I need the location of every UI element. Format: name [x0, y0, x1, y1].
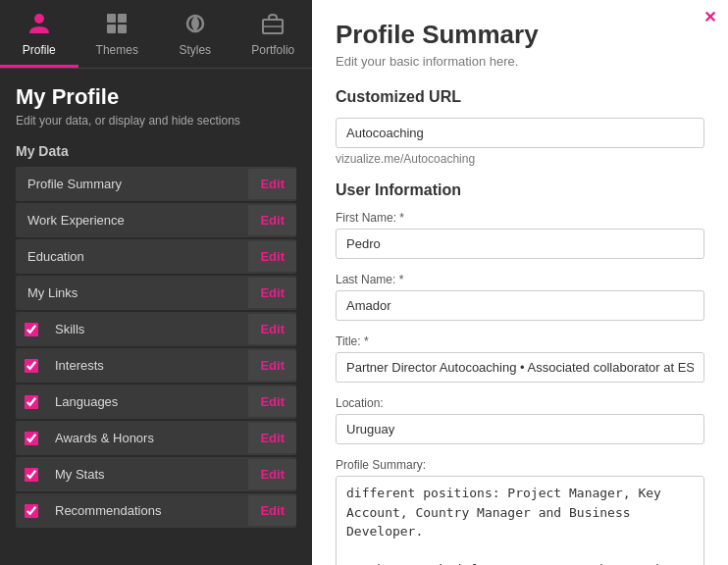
row-label-awards-honors: Awards & Honors — [47, 421, 248, 455]
main-panel: ✕ Profile Summary Edit your basic inform… — [312, 0, 728, 565]
nav-tabs: Profile Themes Styles — [0, 0, 312, 69]
title-group: Title: * — [336, 334, 704, 383]
checkbox-interests[interactable] — [16, 359, 47, 373]
edit-button-interests[interactable]: Edit — [248, 350, 296, 381]
checkbox-skills[interactable] — [16, 323, 47, 336]
sidebar-row-skills: SkillsEdit — [16, 312, 296, 346]
checkbox-languages[interactable] — [16, 395, 47, 409]
checkbox-recommendations[interactable] — [16, 504, 47, 518]
svg-rect-3 — [107, 25, 116, 33]
url-display: vizualize.me/Autocoaching — [336, 152, 704, 166]
sidebar-title: My Profile — [16, 84, 296, 110]
last-name-input[interactable] — [336, 290, 704, 321]
location-input[interactable] — [336, 414, 704, 444]
sidebar-row-education: EducationEdit — [16, 239, 296, 274]
location-label: Location: — [336, 396, 704, 410]
checkbox-awards-honors[interactable] — [16, 432, 47, 445]
svg-rect-4 — [118, 25, 127, 33]
edit-button-education[interactable]: Edit — [248, 241, 296, 272]
sidebar-row-recommendations: RecommendationsEdit — [16, 493, 296, 528]
sidebar-row-interests: InterestsEdit — [16, 348, 296, 383]
checkbox-input-languages[interactable] — [25, 395, 38, 409]
title-input[interactable] — [336, 352, 704, 383]
first-name-input[interactable] — [336, 229, 704, 259]
svg-rect-2 — [118, 14, 127, 23]
row-label-profile-summary: Profile Summary — [16, 167, 248, 201]
edit-button-work-experience[interactable]: Edit — [248, 205, 296, 235]
svg-rect-1 — [107, 14, 116, 23]
edit-button-my-links[interactable]: Edit — [248, 278, 296, 308]
tab-themes-label: Themes — [96, 43, 138, 57]
sidebar: Profile Themes Styles — [0, 0, 312, 565]
customized-url-input[interactable] — [336, 118, 704, 148]
sidebar-row-work-experience: Work ExperienceEdit — [16, 203, 296, 237]
tab-profile-label: Profile — [23, 43, 56, 57]
sidebar-subtitle: Edit your data, or display and hide sect… — [16, 114, 296, 128]
sidebar-row-profile-summary: Profile SummaryEdit — [16, 167, 296, 201]
tab-profile[interactable]: Profile — [0, 0, 78, 68]
sidebar-rows: Profile SummaryEditWork ExperienceEditEd… — [16, 167, 296, 528]
row-label-interests: Interests — [47, 348, 248, 383]
panel-subtitle: Edit your basic information here. — [336, 54, 704, 69]
sidebar-row-my-stats: My StatsEdit — [16, 457, 296, 491]
checkbox-input-my-stats[interactable] — [25, 468, 38, 482]
sidebar-content: My Profile Edit your data, or display an… — [0, 69, 312, 538]
sidebar-row-awards-honors: Awards & HonorsEdit — [16, 421, 296, 455]
styles-icon — [180, 8, 211, 39]
panel-title: Profile Summary — [336, 20, 704, 50]
edit-button-recommendations[interactable]: Edit — [248, 495, 296, 526]
user-info-title: User Information — [336, 181, 704, 199]
customized-url-group: vizualize.me/Autocoaching — [336, 118, 704, 166]
profile-summary-group: Profile Summary: — [336, 458, 704, 565]
checkbox-input-interests[interactable] — [25, 359, 38, 373]
sidebar-row-my-links: My LinksEdit — [16, 276, 296, 310]
tab-portfolio[interactable]: Portfolio — [234, 0, 313, 68]
edit-button-skills[interactable]: Edit — [248, 314, 296, 344]
profile-summary-label: Profile Summary: — [336, 458, 704, 472]
first-name-label: First Name: * — [336, 211, 704, 225]
tab-portfolio-label: Portfolio — [251, 43, 294, 57]
section-label: My Data — [16, 143, 296, 159]
customized-url-title: Customized URL — [336, 88, 704, 106]
row-label-skills: Skills — [47, 312, 248, 346]
svg-point-0 — [34, 14, 44, 24]
row-label-languages: Languages — [47, 385, 248, 419]
themes-icon — [101, 8, 132, 39]
last-name-label: Last Name: * — [336, 273, 704, 286]
first-name-group: First Name: * — [336, 211, 704, 259]
row-label-work-experience: Work Experience — [16, 203, 248, 237]
row-label-education: Education — [16, 239, 248, 274]
tab-styles-label: Styles — [179, 43, 211, 57]
user-information-section: User Information First Name: * Last Name… — [336, 181, 704, 565]
sidebar-row-languages: LanguagesEdit — [16, 385, 296, 419]
row-label-my-links: My Links — [16, 276, 248, 310]
row-label-recommendations: Recommendations — [47, 493, 248, 528]
edit-button-languages[interactable]: Edit — [248, 386, 296, 417]
profile-icon — [24, 8, 55, 39]
profile-summary-textarea[interactable] — [336, 476, 704, 565]
portfolio-icon — [257, 8, 288, 39]
checkbox-my-stats[interactable] — [16, 468, 47, 482]
location-group: Location: — [336, 396, 704, 444]
edit-button-awards-honors[interactable]: Edit — [248, 423, 296, 453]
checkbox-input-awards-honors[interactable] — [25, 432, 38, 445]
edit-button-my-stats[interactable]: Edit — [248, 459, 296, 489]
tab-themes[interactable]: Themes — [78, 0, 157, 68]
profile-summary-wrapper — [336, 476, 704, 565]
last-name-group: Last Name: * — [336, 273, 704, 321]
row-label-my-stats: My Stats — [47, 457, 248, 491]
checkbox-input-skills[interactable] — [25, 323, 38, 336]
checkbox-input-recommendations[interactable] — [25, 504, 38, 518]
title-label: Title: * — [336, 334, 704, 348]
tab-styles[interactable]: Styles — [156, 0, 234, 68]
edit-button-profile-summary[interactable]: Edit — [248, 169, 296, 199]
close-button[interactable]: ✕ — [703, 8, 716, 26]
